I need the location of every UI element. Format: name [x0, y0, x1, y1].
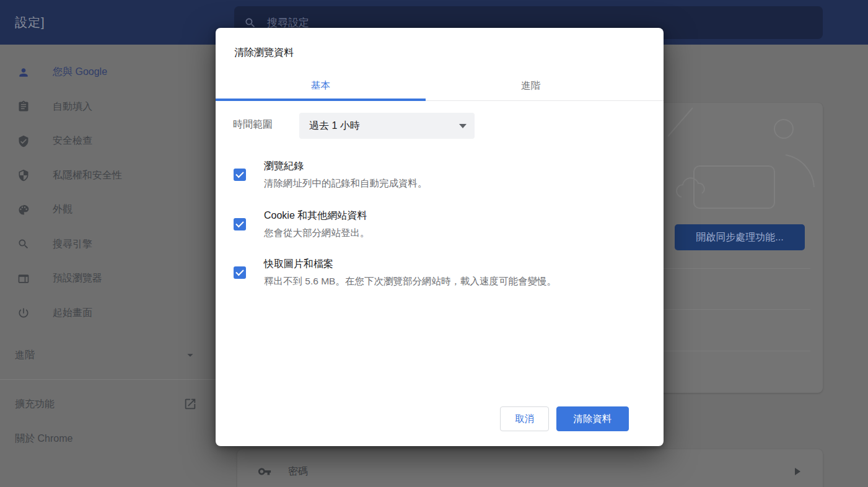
cookies-row[interactable]: Cookie 和其他網站資料 您會從大部分網站登出。 — [234, 207, 574, 242]
tab-advanced[interactable]: 進階 — [426, 71, 636, 100]
clear-browsing-data-dialog: 清除瀏覽資料 基本 進階 時間範圍 過去 1 小時 瀏覽紀錄 清除網址列中的記錄… — [216, 28, 664, 446]
checkbox-description: 清除網址列中的記錄和自動完成資料。 — [264, 175, 574, 192]
checkbox-description: 您會從大部分網站登出。 — [264, 224, 574, 242]
tab-basic[interactable]: 基本 — [216, 71, 426, 100]
dialog-title: 清除瀏覽資料 — [234, 46, 294, 59]
checkbox-description: 釋出不到 5.6 MB。在您下次瀏覽部分網站時，載入速度可能會變慢。 — [264, 273, 574, 290]
cookies-checkbox[interactable] — [234, 218, 246, 230]
checkbox-label: 瀏覽紀錄 — [264, 157, 574, 175]
cached-images-checkbox[interactable] — [234, 266, 246, 279]
cached-images-row[interactable]: 快取圖片和檔案 釋出不到 5.6 MB。在您下次瀏覽部分網站時，載入速度可能會變… — [234, 255, 574, 290]
checkbox-label: Cookie 和其他網站資料 — [264, 207, 574, 224]
time-range-label: 時間範圍 — [233, 118, 273, 131]
tab-label: 基本 — [311, 79, 330, 92]
dialog-tabs: 基本 進階 — [216, 71, 664, 101]
time-range-value: 過去 1 小時 — [309, 120, 360, 133]
tab-label: 進階 — [521, 79, 540, 92]
cancel-button[interactable]: 取消 — [500, 406, 549, 431]
chrome-settings-page: 設定] 您與 Google 自動填入 安全檢查 — [0, 0, 868, 487]
checkbox-label: 快取圖片和檔案 — [264, 255, 574, 273]
browsing-history-checkbox[interactable] — [234, 169, 246, 181]
time-range-select[interactable]: 過去 1 小時 — [299, 113, 475, 139]
browsing-history-row[interactable]: 瀏覽紀錄 清除網址列中的記錄和自動完成資料。 — [234, 157, 574, 192]
clear-data-button[interactable]: 清除資料 — [556, 406, 629, 431]
dropdown-caret-icon — [459, 124, 467, 128]
